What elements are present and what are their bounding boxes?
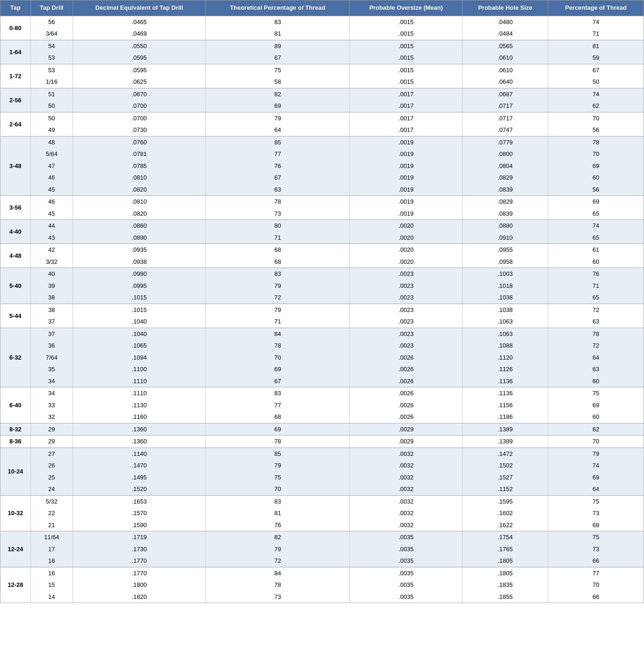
- table-row: 22.157081.0032.160273: [0, 507, 644, 519]
- drill-cell: 50: [31, 100, 73, 112]
- percentage-cell: 75: [548, 387, 644, 399]
- hole-size-cell: .1754: [463, 531, 548, 543]
- percentage-cell: 70: [548, 148, 644, 160]
- table-row: 10-2427.114085.0032.147279: [0, 448, 644, 460]
- decimal-cell: .1040: [73, 328, 206, 340]
- theoretical-cell: 85: [206, 448, 350, 460]
- tap-cell: 10-24: [0, 448, 31, 495]
- percentage-cell: 65: [548, 208, 644, 220]
- header-tap: Tap: [0, 0, 31, 16]
- drill-cell: 42: [31, 244, 73, 256]
- theoretical-cell: 75: [206, 64, 350, 76]
- oversize-cell: .0023: [350, 316, 463, 328]
- theoretical-cell: 68: [206, 411, 350, 423]
- oversize-cell: .0020: [350, 220, 463, 232]
- theoretical-cell: 84: [206, 567, 350, 579]
- table-row: 39.099579.0023.101871: [0, 280, 644, 292]
- oversize-cell: .0032: [350, 495, 463, 507]
- theoretical-cell: 81: [206, 28, 350, 40]
- decimal-cell: .0785: [73, 160, 206, 172]
- header-decimal: Decimal Equivalent of Tap Drill: [73, 0, 206, 16]
- percentage-cell: 79: [548, 448, 644, 460]
- hole-size-cell: .0484: [463, 28, 548, 40]
- theoretical-cell: 76: [206, 519, 350, 531]
- decimal-cell: .0700: [73, 100, 206, 112]
- table-row: 45.082073.0019.083965: [0, 208, 644, 220]
- oversize-cell: .0032: [350, 483, 463, 495]
- hole-size-cell: .0910: [463, 232, 548, 244]
- header-tap-drill: Tap Drill: [31, 0, 73, 16]
- table-row: 14.182073.0035.185566: [0, 591, 644, 603]
- table-row: 1/16.062558.0015.064050: [0, 76, 644, 88]
- tap-cell: 12-24: [0, 531, 31, 567]
- oversize-cell: .0032: [350, 448, 463, 460]
- decimal-cell: .0670: [73, 88, 206, 100]
- oversize-cell: .0026: [350, 363, 463, 375]
- oversize-cell: .0019: [350, 172, 463, 184]
- table-row: 45.082063.0019.083956: [0, 184, 644, 196]
- decimal-cell: .1130: [73, 399, 206, 411]
- theoretical-cell: 78: [206, 436, 350, 448]
- theoretical-cell: 77: [206, 148, 350, 160]
- oversize-cell: .0035: [350, 543, 463, 555]
- hole-size-cell: .1018: [463, 280, 548, 292]
- theoretical-cell: 73: [206, 208, 350, 220]
- hole-size-cell: .1855: [463, 591, 548, 603]
- oversize-cell: .0015: [350, 40, 463, 52]
- table-row: 5-4040.098083.0023.100376: [0, 268, 644, 280]
- theoretical-cell: 69: [206, 363, 350, 375]
- tap-cell: 10-32: [0, 495, 31, 531]
- tap-cell: 6-40: [0, 387, 31, 423]
- tap-cell: 1-64: [0, 40, 31, 64]
- oversize-cell: .0035: [350, 555, 463, 567]
- decimal-cell: .1015: [73, 304, 206, 316]
- oversize-cell: .0029: [350, 423, 463, 436]
- theoretical-cell: 79: [206, 112, 350, 124]
- percentage-cell: 74: [548, 88, 644, 100]
- oversize-cell: .0020: [350, 232, 463, 244]
- oversize-cell: .0019: [350, 208, 463, 220]
- decimal-cell: .0935: [73, 244, 206, 256]
- oversize-cell: .0032: [350, 507, 463, 519]
- oversize-cell: .0017: [350, 100, 463, 112]
- percentage-cell: 81: [548, 40, 644, 52]
- tap-cell: 3-48: [0, 136, 31, 196]
- percentage-cell: 69: [548, 399, 644, 411]
- decimal-cell: .0595: [73, 52, 206, 64]
- hole-size-cell: .0955: [463, 244, 548, 256]
- decimal-cell: .1110: [73, 375, 206, 387]
- hole-size-cell: .1835: [463, 579, 548, 591]
- hole-size-cell: .1152: [463, 483, 548, 495]
- theoretical-cell: 58: [206, 76, 350, 88]
- decimal-cell: .0820: [73, 184, 206, 196]
- table-row: 10-325/32.165383.0032.159575: [0, 495, 644, 507]
- theoretical-cell: 78: [206, 579, 350, 591]
- drill-cell: 7/64: [31, 352, 73, 364]
- decimal-cell: .1470: [73, 460, 206, 472]
- oversize-cell: .0026: [350, 399, 463, 411]
- decimal-cell: .1040: [73, 316, 206, 328]
- table-row: 35.110069.0026.112663: [0, 363, 644, 375]
- drill-cell: 38: [31, 292, 73, 304]
- hole-size-cell: .0958: [463, 256, 548, 268]
- table-row: 46.081067.0019.082960: [0, 172, 644, 184]
- tap-cell: 5-40: [0, 268, 31, 304]
- theoretical-cell: 72: [206, 555, 350, 567]
- decimal-cell: .1110: [73, 387, 206, 399]
- percentage-cell: 56: [548, 124, 644, 136]
- oversize-cell: .0026: [350, 387, 463, 399]
- theoretical-cell: 77: [206, 399, 350, 411]
- oversize-cell: .0023: [350, 340, 463, 352]
- tap-cell: 6-32: [0, 328, 31, 387]
- table-row: 7/64.109470.0026.112064: [0, 352, 644, 364]
- table-row: 36.106578.0023.108872: [0, 340, 644, 352]
- decimal-cell: .0760: [73, 136, 206, 148]
- drill-cell: 53: [31, 64, 73, 76]
- drill-cell: 45: [31, 184, 73, 196]
- drill-cell: 11/64: [31, 531, 73, 543]
- theoretical-cell: 82: [206, 88, 350, 100]
- table-row: 37.104071.0023.106363: [0, 316, 644, 328]
- hole-size-cell: .1063: [463, 316, 548, 328]
- decimal-cell: .1140: [73, 448, 206, 460]
- drill-cell: 44: [31, 220, 73, 232]
